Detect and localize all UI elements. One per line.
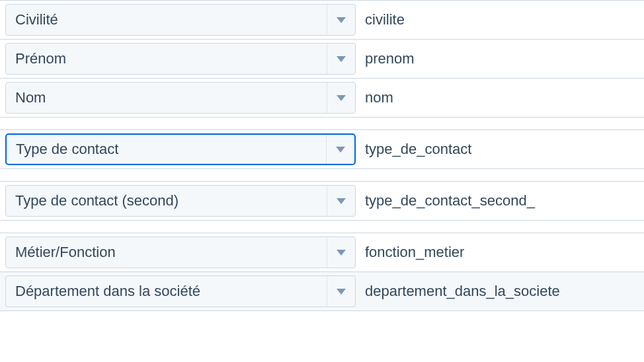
field-internal-name: departement_dans_la_societe xyxy=(356,283,560,300)
chevron-down-icon xyxy=(337,95,346,101)
field-internal-name: type_de_contact_second_ xyxy=(356,192,535,209)
mapping-row: Métier/Fonctionfonction_metier xyxy=(0,233,644,272)
chevron-down-icon xyxy=(337,250,346,256)
bottom-border xyxy=(0,310,644,311)
chevron-down-icon xyxy=(337,198,346,204)
select-label: Nom xyxy=(15,89,46,106)
chevron-down-icon xyxy=(336,147,345,153)
caret-wrap xyxy=(327,44,346,74)
field-select[interactable]: Nom xyxy=(5,82,356,114)
field-select[interactable]: Prénom xyxy=(5,43,356,75)
caret-wrap xyxy=(326,135,345,164)
select-label: Type de contact (second) xyxy=(15,192,179,209)
caret-wrap xyxy=(327,237,346,268)
select-label: Métier/Fonction xyxy=(15,244,116,261)
mapping-row: Prénomprenom xyxy=(0,39,644,78)
chevron-down-icon xyxy=(337,17,346,23)
field-select[interactable]: Civilité xyxy=(5,4,356,36)
field-select[interactable]: Département dans la société xyxy=(5,275,356,307)
caret-wrap xyxy=(327,186,346,216)
chevron-down-icon xyxy=(337,289,346,295)
select-label: Département dans la société xyxy=(15,283,200,300)
mapping-row: Type de contacttype_de_contact xyxy=(0,129,644,168)
caret-wrap xyxy=(327,5,346,35)
field-select[interactable]: Type de contact (second) xyxy=(5,185,356,217)
field-internal-name: type_de_contact xyxy=(356,141,471,158)
group-spacer xyxy=(0,169,644,181)
mapping-row: Département dans la sociétédepartement_d… xyxy=(0,272,644,310)
select-label: Type de contact xyxy=(16,141,118,158)
group-spacer xyxy=(0,221,644,233)
field-internal-name: nom xyxy=(356,89,393,106)
field-mapping-list: CivilitécivilitePrénomprenomNomnomType d… xyxy=(0,0,644,310)
mapping-row: Type de contact (second)type_de_contact_… xyxy=(0,181,644,220)
field-internal-name: prenom xyxy=(356,50,415,67)
field-internal-name: civilite xyxy=(356,11,405,28)
field-select[interactable]: Type de contact xyxy=(5,133,356,165)
select-label: Prénom xyxy=(15,50,66,67)
mapping-row: Nomnom xyxy=(0,78,644,117)
field-internal-name: fonction_metier xyxy=(356,244,464,261)
group-spacer xyxy=(0,118,644,129)
caret-wrap xyxy=(327,276,346,307)
field-select[interactable]: Métier/Fonction xyxy=(5,236,356,268)
mapping-row: Civilitécivilite xyxy=(0,0,644,39)
chevron-down-icon xyxy=(337,56,346,62)
caret-wrap xyxy=(327,83,346,113)
select-label: Civilité xyxy=(15,11,58,28)
